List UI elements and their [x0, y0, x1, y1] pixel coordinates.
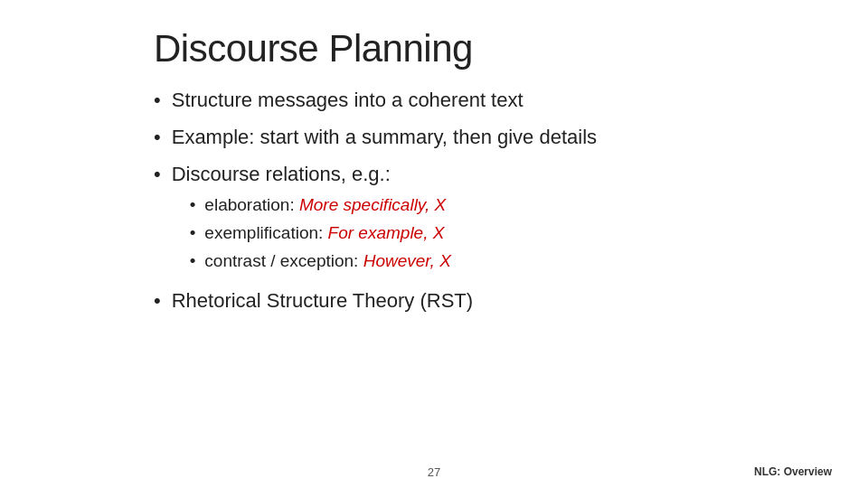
bullet-text: Discourse relations, e.g.:	[172, 163, 391, 185]
page-number: 27	[428, 465, 440, 479]
bullet-text: Structure messages into a coherent text	[172, 87, 524, 115]
list-item: contrast / exception: However, X	[190, 249, 451, 274]
bullet-list: Structure messages into a coherent text …	[154, 87, 796, 315]
list-item: exemplification: For example, X	[190, 221, 451, 246]
list-item: Structure messages into a coherent text	[154, 87, 796, 115]
sub-bullet-text: elaboration: More specifically, X	[204, 193, 446, 218]
bullet-with-sub: Discourse relations, e.g.: elaboration: …	[172, 161, 451, 279]
list-item: Example: start with a summary, then give…	[154, 124, 796, 152]
footer-label: NLG: Overview	[754, 465, 832, 478]
sub-bullet-text: exemplification: For example, X	[204, 221, 444, 246]
sub-bullet-text: contrast / exception: However, X	[204, 249, 450, 274]
list-item: Rhetorical Structure Theory (RST)	[154, 287, 796, 315]
slide-title: Discourse Planning	[154, 27, 796, 70]
list-item: Discourse relations, e.g.: elaboration: …	[154, 161, 796, 279]
list-item: elaboration: More specifically, X	[190, 193, 451, 218]
bullet-text: Rhetorical Structure Theory (RST)	[172, 287, 473, 315]
sub-bullet-list: elaboration: More specifically, X exempl…	[190, 193, 451, 273]
bullet-text: Example: start with a summary, then give…	[172, 124, 597, 152]
slide: Discourse Planning Structure messages in…	[0, 0, 868, 488]
